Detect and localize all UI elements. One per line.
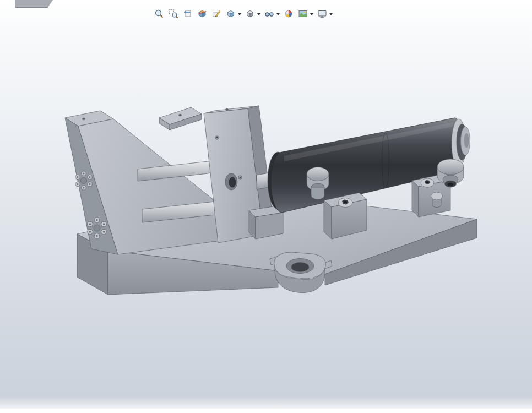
annotation-pencil-icon xyxy=(211,9,221,19)
cad-model[interactable] xyxy=(0,0,532,413)
hub xyxy=(81,178,87,184)
previous-view-icon xyxy=(183,9,193,19)
boss-hole xyxy=(291,263,309,272)
view-orientation-button[interactable] xyxy=(225,7,237,20)
hub xyxy=(94,225,100,231)
front-bearing-boss[interactable] xyxy=(270,252,332,292)
hide-show-items-dropdown-arrow[interactable] xyxy=(276,13,280,15)
view-orientation-dropdown-arrow[interactable] xyxy=(238,13,241,15)
zoom-to-fit-icon xyxy=(154,9,164,19)
knob-cap xyxy=(437,159,464,175)
scene-photo-icon xyxy=(298,9,308,19)
zoom-to-area-icon xyxy=(169,9,178,19)
display-style-dropdown-arrow[interactable] xyxy=(257,13,260,15)
orientation-cube-icon xyxy=(226,9,236,19)
section-view-button[interactable] xyxy=(196,7,208,20)
jaw-top-screw xyxy=(226,108,229,111)
zoom-to-fit-button[interactable] xyxy=(153,7,165,20)
edit-appearance-button[interactable] xyxy=(283,7,295,20)
view-settings-button[interactable] xyxy=(316,7,328,20)
view-settings-dropdown-arrow[interactable] xyxy=(329,13,333,15)
apply-scene-button[interactable] xyxy=(297,7,309,20)
knob-stem xyxy=(311,187,324,199)
heads-up-view-toolbar xyxy=(152,7,334,20)
stud-head xyxy=(431,192,443,200)
glasses-icon xyxy=(264,9,274,19)
graphics-viewport[interactable] xyxy=(0,0,532,413)
block-left-face xyxy=(412,181,419,217)
section-view-icon xyxy=(197,9,207,19)
top-plate[interactable] xyxy=(159,107,202,130)
apply-scene-dropdown-arrow[interactable] xyxy=(310,13,313,15)
collapsed-feature-panel-tab[interactable] xyxy=(15,0,53,8)
top-plate-screw xyxy=(179,114,182,116)
hide-show-items-button[interactable] xyxy=(263,7,275,20)
bracket-top-screw xyxy=(83,118,85,120)
window-bottom-edge xyxy=(0,409,532,413)
display-style-button[interactable] xyxy=(244,7,256,20)
monitor-icon xyxy=(317,9,327,19)
display-style-cube-icon xyxy=(245,9,255,19)
zoom-to-area-button[interactable] xyxy=(167,7,180,20)
dynamic-annotation-views-button[interactable] xyxy=(210,7,222,20)
knob-cap xyxy=(307,167,329,181)
endcap-center xyxy=(464,133,469,148)
saddle-support[interactable] xyxy=(249,206,283,239)
color-ball-icon xyxy=(284,9,294,19)
previous-view-button[interactable] xyxy=(182,7,194,20)
